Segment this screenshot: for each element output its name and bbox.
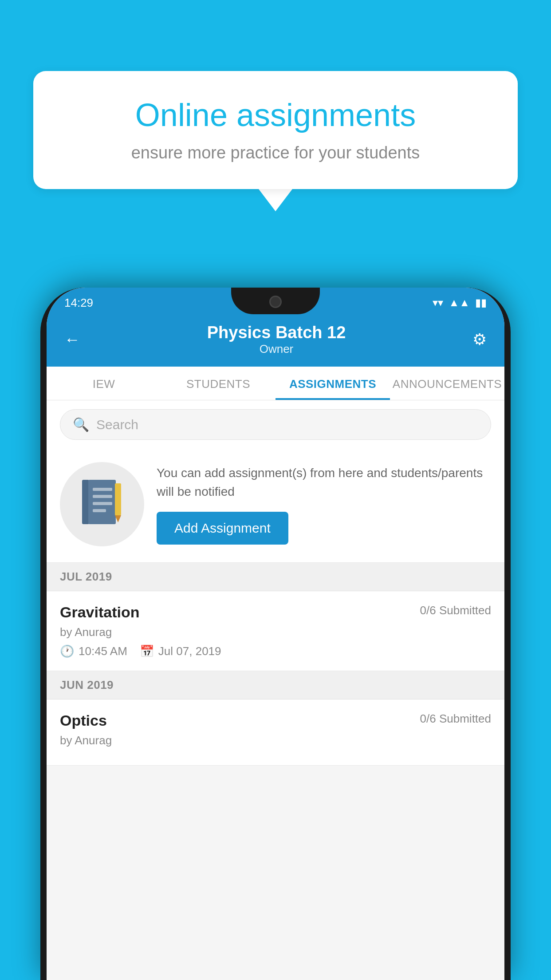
- speech-bubble-subtitle: ensure more practice for your students: [64, 143, 487, 162]
- search-icon: 🔍: [73, 417, 89, 432]
- search-bar[interactable]: 🔍 Search: [60, 409, 491, 440]
- header-title: Physics Batch 12: [80, 323, 472, 342]
- header-title-area: Physics Batch 12 Owner: [80, 323, 472, 356]
- phone-notch: [231, 288, 320, 314]
- back-button[interactable]: ←: [64, 330, 80, 349]
- assignment-author-gravitation: by Anurag: [60, 625, 491, 639]
- month-section-jun: JUN 2019: [47, 671, 504, 699]
- speech-bubble-title: Online assignments: [64, 98, 487, 133]
- svg-rect-6: [115, 483, 121, 515]
- assignment-title-optics: Optics: [60, 712, 107, 729]
- svg-rect-4: [93, 502, 112, 505]
- header-subtitle: Owner: [80, 342, 472, 356]
- phone-screen: 14:29 ▾▾ ▲▲ ▮▮ ← Physics Batch 12 Owner …: [47, 288, 504, 980]
- assignment-header: Gravitation 0/6 Submitted: [60, 604, 491, 621]
- speech-bubble-arrow: [259, 189, 292, 211]
- assignment-header-optics: Optics 0/6 Submitted: [60, 712, 491, 729]
- tab-iew[interactable]: IEW: [47, 367, 161, 400]
- search-container: 🔍 Search: [47, 400, 504, 449]
- tab-bar: IEW STUDENTS ASSIGNMENTS ANNOUNCEMENTS: [47, 367, 504, 400]
- clock-icon: 🕐: [60, 644, 74, 658]
- front-camera: [269, 296, 282, 308]
- assignment-title-gravitation: Gravitation: [60, 604, 139, 621]
- assignment-item-optics[interactable]: Optics 0/6 Submitted by Anurag: [47, 699, 504, 766]
- calendar-icon: 📅: [140, 644, 154, 658]
- assignment-item-gravitation[interactable]: Gravitation 0/6 Submitted by Anurag 🕐 10…: [47, 591, 504, 671]
- month-label-jul: JUL 2019: [60, 570, 112, 583]
- assignment-time-gravitation: 🕐 10:45 AM: [60, 644, 127, 658]
- battery-icon: ▮▮: [475, 296, 487, 309]
- svg-rect-2: [93, 488, 112, 491]
- svg-rect-5: [93, 509, 106, 512]
- month-section-jul: JUL 2019: [47, 563, 504, 591]
- promo-description: You can add assignment(s) from here and …: [157, 464, 491, 501]
- promo-text-area: You can add assignment(s) from here and …: [157, 464, 491, 545]
- svg-rect-0: [82, 480, 89, 524]
- promo-section: You can add assignment(s) from here and …: [47, 449, 504, 563]
- assignment-date-gravitation: 📅 Jul 07, 2019: [140, 644, 221, 658]
- month-label-jun: JUN 2019: [60, 678, 114, 692]
- svg-marker-7: [115, 515, 121, 522]
- status-icons: ▾▾ ▲▲ ▮▮: [433, 296, 487, 309]
- tab-assignments[interactable]: ASSIGNMENTS: [276, 367, 390, 400]
- notebook-icon: [82, 480, 122, 529]
- svg-rect-3: [93, 495, 112, 498]
- status-time: 14:29: [64, 296, 93, 310]
- signal-icon: ▲▲: [449, 296, 470, 309]
- tab-students[interactable]: STUDENTS: [161, 367, 276, 400]
- wifi-icon: ▾▾: [433, 296, 443, 309]
- search-placeholder: Search: [96, 417, 138, 432]
- assignment-submitted-optics: 0/6 Submitted: [420, 712, 491, 726]
- assignment-author-optics: by Anurag: [60, 734, 491, 747]
- phone-frame: 14:29 ▾▾ ▲▲ ▮▮ ← Physics Batch 12 Owner …: [40, 288, 511, 980]
- add-assignment-button[interactable]: Add Assignment: [157, 512, 288, 545]
- assignment-meta-gravitation: 🕐 10:45 AM 📅 Jul 07, 2019: [60, 644, 491, 658]
- background: Online assignments ensure more practice …: [0, 0, 551, 980]
- speech-bubble: Online assignments ensure more practice …: [33, 71, 518, 189]
- promo-icon-circle: [60, 462, 144, 546]
- speech-bubble-container: Online assignments ensure more practice …: [33, 71, 518, 211]
- settings-button[interactable]: ⚙: [472, 330, 487, 349]
- tab-announcements[interactable]: ANNOUNCEMENTS: [390, 367, 504, 400]
- assignment-submitted-gravitation: 0/6 Submitted: [420, 604, 491, 617]
- app-header: ← Physics Batch 12 Owner ⚙: [47, 314, 504, 367]
- screen-content: 🔍 Search: [47, 400, 504, 766]
